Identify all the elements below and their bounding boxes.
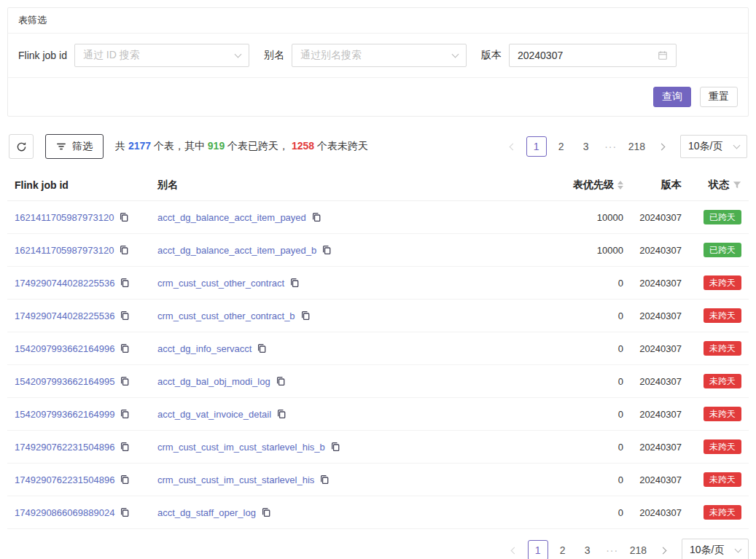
flink-job-id-link[interactable]: 1542097993662164995 — [15, 376, 114, 387]
page-button-3[interactable]: 3 — [576, 136, 596, 157]
flink-job-id-link[interactable]: 1749290744028225536 — [15, 278, 114, 289]
prev-page-button[interactable] — [503, 540, 523, 559]
copy-icon[interactable] — [330, 442, 340, 452]
copy-icon[interactable] — [119, 245, 129, 255]
field-flink-job-id: Flink job id 通过 ID 搜索 — [18, 44, 249, 67]
copy-icon[interactable] — [120, 442, 130, 452]
alias-link[interactable]: acct_dg_staff_oper_log — [157, 507, 256, 518]
table-row: 1542097993662164996 acct_dg_info_servacc… — [7, 332, 749, 365]
copy-icon[interactable] — [120, 278, 130, 288]
copy-icon[interactable] — [322, 245, 332, 255]
page-ellipsis[interactable]: ··· — [602, 540, 623, 559]
flink-job-id-link[interactable]: 1542097993662164999 — [15, 409, 114, 420]
column-header-version: 版本 — [631, 179, 689, 192]
copy-icon[interactable] — [289, 278, 300, 288]
copy-icon[interactable] — [120, 474, 130, 485]
page-button-2[interactable]: 2 — [551, 136, 572, 157]
sort-icon[interactable] — [617, 181, 623, 189]
pagination-top: 1 2 3 ··· 218 — [502, 136, 673, 157]
prev-page-button[interactable] — [502, 136, 522, 157]
alias-placeholder: 通过别名搜索 — [300, 49, 362, 62]
flink-job-id-link[interactable]: 1749290744028225536 — [15, 310, 114, 321]
summary-suffix: 个表未跨天 — [314, 140, 368, 152]
refresh-button[interactable] — [9, 134, 34, 159]
filter-row: Flink job id 通过 ID 搜索 别名 通过别名搜索 版本 — [8, 34, 748, 77]
version-value: 20240307 — [631, 343, 689, 354]
next-page-button[interactable] — [654, 540, 674, 559]
flink-job-id-link[interactable]: 1621411705987973120 — [15, 212, 114, 223]
alias-link[interactable]: crm_cust_cust_other_contract — [157, 278, 284, 289]
alias-link[interactable]: crm_cust_cust_im_cust_starlevel_his_b — [157, 442, 325, 453]
copy-icon[interactable] — [319, 474, 330, 485]
flink-job-id-link[interactable]: 1749290762231504896 — [15, 442, 114, 453]
total-count: 2177 — [128, 140, 151, 152]
alias-select[interactable]: 通过别名搜索 — [292, 44, 467, 67]
version-date-input[interactable] — [518, 50, 652, 61]
alias-link[interactable]: acct_dg_vat_invoice_detail — [157, 409, 271, 420]
status-badge: 未跨天 — [704, 308, 741, 323]
priority-value: 0 — [543, 409, 631, 420]
page-size-select[interactable]: 10条/页 — [680, 135, 747, 158]
query-button[interactable]: 查询 — [653, 87, 691, 107]
flink-job-id-link[interactable]: 1542097993662164996 — [15, 343, 114, 354]
page-button-3[interactable]: 3 — [577, 540, 598, 559]
table-row: 1542097993662164999 acct_dg_vat_invoice_… — [7, 398, 749, 431]
version-value: 20240307 — [631, 278, 689, 289]
priority-value: 0 — [543, 310, 631, 321]
copy-icon[interactable] — [311, 212, 322, 222]
flink-job-id-link[interactable]: 1749290762231504896 — [15, 474, 114, 485]
version-value: 20240307 — [631, 474, 689, 485]
copy-icon[interactable] — [120, 376, 130, 386]
page-ellipsis[interactable]: ··· — [601, 136, 621, 157]
table-row: 1621411705987973120 acct_dg_balance_acct… — [7, 234, 749, 267]
flink-job-id-link[interactable]: 1621411705987973120 — [15, 245, 114, 256]
alias-link[interactable]: acct_dg_balance_acct_item_payed — [157, 212, 306, 223]
alias-label: 别名 — [264, 49, 284, 62]
priority-value: 0 — [543, 507, 631, 518]
copy-icon[interactable] — [261, 507, 271, 517]
table-row: 1749290762231504896 crm_cust_cust_im_cus… — [7, 431, 749, 464]
status-badge: 未跨天 — [704, 505, 741, 520]
copy-icon[interactable] — [120, 343, 130, 353]
copy-icon[interactable] — [276, 409, 287, 419]
field-version: 版本 — [481, 44, 677, 67]
page-button-last[interactable]: 218 — [626, 136, 648, 157]
version-date-picker[interactable] — [509, 44, 677, 67]
version-value: 20240307 — [631, 409, 689, 420]
copy-icon[interactable] — [120, 409, 130, 419]
alias-link[interactable]: acct_dg_info_servacct — [157, 343, 252, 354]
copy-icon[interactable] — [119, 212, 129, 222]
flink-job-id-link[interactable]: 1749290866069889024 — [15, 507, 114, 518]
column-header-status[interactable]: 状态 — [689, 179, 749, 192]
alias-link[interactable]: acct_dg_bal_obj_modi_log — [157, 376, 270, 387]
summary-mid1: 个表，其中 — [151, 140, 208, 152]
page: 表筛选 Flink job id 通过 ID 搜索 别名 通过别名搜索 版本 — [0, 0, 756, 559]
page-button-1[interactable]: 1 — [526, 136, 547, 157]
alias-link[interactable]: crm_cust_cust_im_cust_starlevel_his — [157, 474, 314, 485]
chevron-right-icon — [658, 143, 666, 150]
field-alias: 别名 通过别名搜索 — [264, 44, 467, 67]
page-button-2[interactable]: 2 — [553, 540, 573, 559]
copy-icon[interactable] — [276, 376, 286, 386]
copy-icon[interactable] — [120, 310, 130, 321]
status-badge: 已跨天 — [704, 243, 741, 257]
next-page-button[interactable] — [652, 136, 673, 157]
alias-link[interactable]: crm_cust_cust_other_contract_b — [157, 310, 295, 321]
filter-button[interactable]: 筛选 — [45, 134, 104, 159]
page-size-select[interactable]: 10条/页 — [682, 539, 749, 559]
column-header-priority[interactable]: 表优先级 — [543, 179, 631, 192]
reset-button[interactable]: 重置 — [700, 87, 738, 107]
uncrossed-count: 1258 — [292, 140, 314, 152]
chevron-right-icon — [660, 547, 667, 554]
filter-funnel-icon[interactable] — [733, 181, 741, 189]
copy-icon[interactable] — [120, 507, 130, 517]
copy-icon[interactable] — [300, 310, 311, 321]
flink-job-id-select[interactable]: 通过 ID 搜索 — [74, 44, 249, 67]
column-header-flink-job-id: Flink job id — [7, 179, 150, 191]
page-button-last[interactable]: 218 — [627, 540, 650, 559]
page-button-1[interactable]: 1 — [528, 540, 548, 559]
filter-card-title: 表筛选 — [8, 8, 748, 34]
copy-icon[interactable] — [257, 343, 267, 353]
chevron-down-icon — [451, 50, 459, 58]
alias-link[interactable]: acct_dg_balance_acct_item_payed_b — [157, 245, 316, 256]
